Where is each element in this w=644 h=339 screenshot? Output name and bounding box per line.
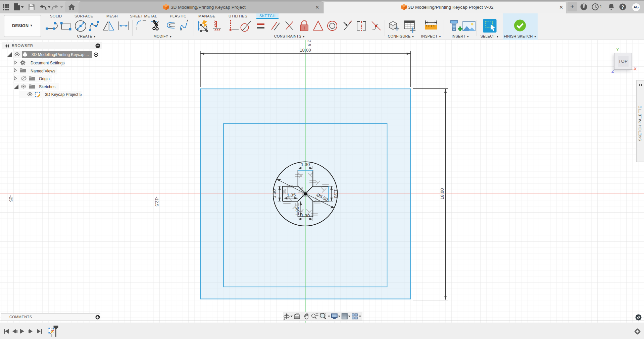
svg-text:-12.5: -12.5 <box>154 196 159 207</box>
svg-text:1.30: 1.30 <box>333 189 338 198</box>
svg-text:1.35: 1.35 <box>287 192 296 197</box>
svg-text:1.35: 1.35 <box>295 207 300 215</box>
svg-text:1.30: 1.30 <box>272 189 277 198</box>
svg-text:SKETCH PALETTE: SKETCH PALETTE <box>638 106 642 141</box>
svg-text:18.00: 18.00 <box>300 48 311 53</box>
svg-text:-25: -25 <box>8 195 13 202</box>
svg-text:?: ? <box>621 4 624 10</box>
svg-text:1.30: 1.30 <box>301 213 310 218</box>
svg-text:1.30: 1.30 <box>301 162 310 167</box>
svg-text:2.5: 2.5 <box>307 40 312 46</box>
svg-text:18.00: 18.00 <box>440 188 445 200</box>
